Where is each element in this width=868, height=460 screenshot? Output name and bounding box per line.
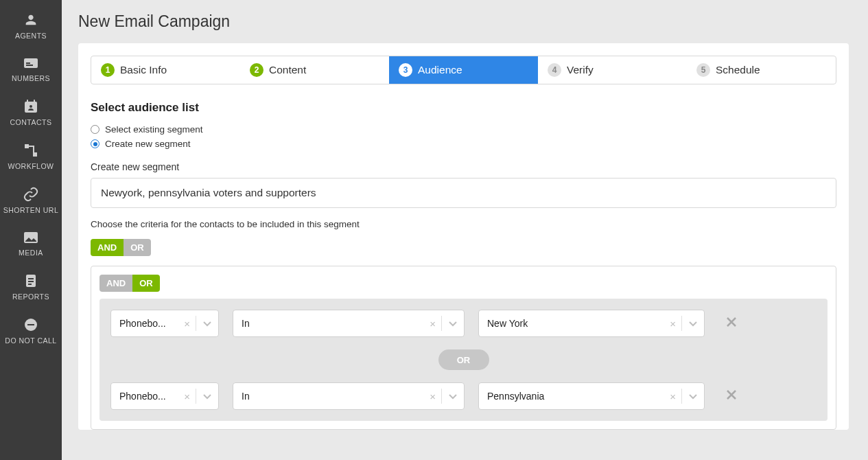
close-icon: [725, 389, 738, 401]
radio-label: Select existing segment: [105, 124, 203, 135]
sidebar-item-shorten-url[interactable]: SHORTEN URL: [0, 179, 62, 222]
step-label: Verify: [567, 64, 594, 76]
criteria-row: Phonebo... × In × Pennsylvania ×: [110, 382, 817, 410]
remove-row-button[interactable]: [725, 316, 738, 331]
audience-heading: Select audience list: [91, 101, 836, 115]
step-label: Audience: [418, 64, 462, 76]
main-content: New Email Campaign 1 Basic Info 2 Conten…: [62, 0, 868, 460]
step-number: 5: [696, 63, 710, 77]
calendar-person-icon: [23, 99, 39, 114]
value-select[interactable]: New York ×: [478, 310, 705, 337]
chevron-down-icon[interactable]: [682, 390, 697, 402]
criteria-helper-text: Choose the criteria for the contacts to …: [91, 219, 836, 229]
chevron-down-icon[interactable]: [196, 390, 211, 402]
operator-select[interactable]: In ×: [233, 310, 465, 337]
segment-name-input[interactable]: [91, 178, 836, 208]
chevron-down-icon[interactable]: [196, 317, 211, 330]
sidebar-label: AGENTS: [15, 32, 47, 40]
sidebar-label: REPORTS: [12, 292, 49, 301]
tab-verify[interactable]: 4 Verify: [538, 56, 687, 84]
clear-icon[interactable]: ×: [178, 318, 196, 330]
sidebar-label: CONTACTS: [10, 118, 52, 126]
tab-audience[interactable]: 3 Audience: [389, 56, 538, 84]
radio-existing-segment[interactable]: Select existing segment: [91, 124, 836, 135]
sidebar-item-media[interactable]: MEDIA: [0, 222, 62, 265]
clear-icon[interactable]: ×: [664, 318, 681, 330]
create-segment-label: Create new segment: [91, 161, 836, 172]
tab-schedule[interactable]: 5 Schedule: [687, 56, 836, 84]
clear-icon[interactable]: ×: [424, 318, 441, 330]
or-pill: OR: [438, 349, 489, 370]
field-value: Phonebo...: [119, 391, 178, 402]
close-icon: [725, 316, 738, 328]
sidebar-item-agents[interactable]: AGENTS: [0, 4, 62, 48]
svg-rect-4: [27, 100, 28, 103]
sidebar-item-workflow[interactable]: WORKFLOW: [0, 135, 62, 179]
sidebar-label: NUMBERS: [12, 74, 50, 82]
radio-create-segment[interactable]: Create new segment: [91, 139, 836, 149]
step-tabs: 1 Basic Info 2 Content 3 Audience 4 Veri…: [91, 56, 836, 84]
svg-rect-17: [27, 324, 34, 325]
clear-icon[interactable]: ×: [178, 391, 196, 402]
step-number: 3: [399, 63, 412, 77]
step-number: 4: [548, 63, 561, 77]
remove-row-button[interactable]: [725, 389, 738, 404]
step-number: 2: [250, 63, 263, 77]
clear-icon[interactable]: ×: [664, 391, 681, 402]
outer-and-button[interactable]: AND: [91, 239, 124, 256]
criteria-inner-group: Phonebo... × In × New York ×: [99, 299, 828, 421]
chevron-down-icon[interactable]: [442, 390, 457, 402]
operator-value: In: [242, 391, 424, 402]
sidebar-item-do-not-call[interactable]: DO NOT CALL: [0, 309, 62, 353]
inner-or-button[interactable]: OR: [132, 275, 160, 292]
sidebar: AGENTS NUMBERS CONTACTS WORKFLOW SHORTEN…: [0, 0, 62, 460]
document-icon: [23, 273, 38, 288]
outer-and-or-toggle[interactable]: AND OR: [91, 239, 151, 256]
svg-rect-14: [28, 281, 34, 282]
inner-and-or-toggle[interactable]: AND OR: [99, 275, 160, 292]
tab-content[interactable]: 2 Content: [240, 56, 389, 84]
svg-rect-13: [28, 278, 34, 279]
page-title: New Email Campaign: [78, 12, 849, 31]
operator-select[interactable]: In ×: [233, 382, 465, 410]
value-text: New York: [487, 318, 664, 329]
chevron-down-icon[interactable]: [682, 317, 697, 330]
radio-icon: [91, 125, 99, 134]
criteria-group: AND OR Phonebo... × In ×: [91, 266, 836, 430]
field-select[interactable]: Phonebo... ×: [110, 310, 219, 337]
step-label: Basic Info: [120, 64, 167, 76]
svg-point-6: [30, 105, 32, 108]
campaign-card: 1 Basic Info 2 Content 3 Audience 4 Veri…: [78, 43, 849, 430]
svg-rect-15: [28, 284, 32, 285]
radio-label: Create new segment: [105, 139, 191, 149]
value-select[interactable]: Pennsylvania ×: [478, 382, 705, 410]
workflow-icon: [23, 143, 39, 158]
sidebar-label: SHORTEN URL: [3, 206, 59, 214]
svg-rect-1: [26, 62, 30, 64]
value-text: Pennsylvania: [487, 391, 664, 402]
card-icon: [23, 56, 39, 70]
tab-basic-info[interactable]: 1 Basic Info: [91, 56, 240, 84]
step-number: 1: [101, 63, 115, 77]
field-select[interactable]: Phonebo... ×: [110, 382, 219, 410]
svg-rect-2: [26, 65, 33, 66]
step-label: Schedule: [716, 64, 760, 76]
minus-circle-icon: [23, 317, 38, 332]
svg-rect-10: [33, 146, 34, 154]
clear-icon[interactable]: ×: [424, 391, 441, 402]
operator-value: In: [242, 318, 424, 329]
sidebar-label: WORKFLOW: [8, 162, 54, 170]
sidebar-item-contacts[interactable]: CONTACTS: [0, 91, 62, 135]
svg-rect-5: [34, 100, 35, 103]
link-icon: [23, 187, 39, 202]
inner-and-button[interactable]: AND: [99, 275, 132, 292]
criteria-row: Phonebo... × In × New York ×: [110, 310, 817, 337]
sidebar-item-reports[interactable]: REPORTS: [0, 265, 62, 309]
sidebar-label: MEDIA: [19, 249, 43, 257]
sidebar-item-numbers[interactable]: NUMBERS: [0, 48, 62, 91]
chevron-down-icon[interactable]: [442, 317, 457, 330]
outer-or-button[interactable]: OR: [124, 239, 151, 256]
person-icon: [23, 12, 38, 27]
image-icon: [23, 231, 39, 244]
radio-icon: [91, 139, 99, 148]
